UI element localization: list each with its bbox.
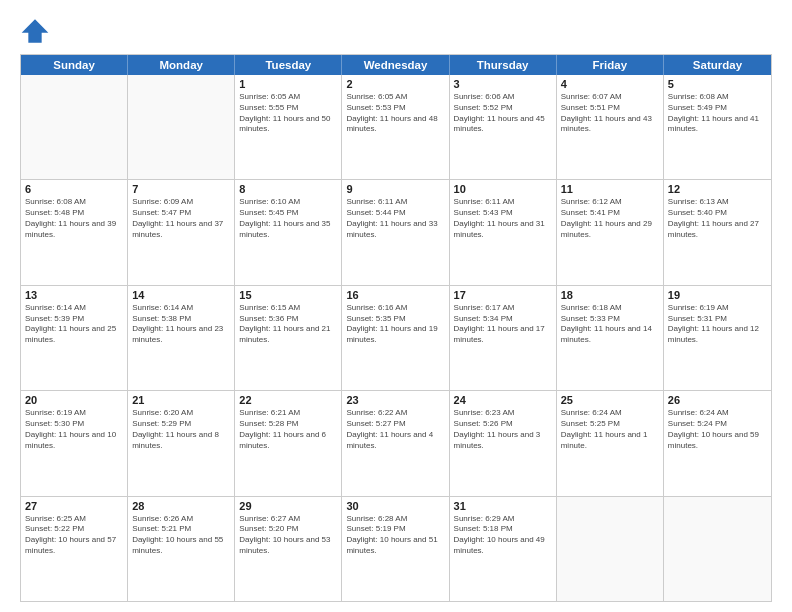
calendar-day-empty (557, 497, 664, 601)
day-number: 2 (346, 78, 444, 90)
calendar-day-22: 22Sunrise: 6:21 AM Sunset: 5:28 PM Dayli… (235, 391, 342, 495)
calendar-day-3: 3Sunrise: 6:06 AM Sunset: 5:52 PM Daylig… (450, 75, 557, 179)
calendar-day-21: 21Sunrise: 6:20 AM Sunset: 5:29 PM Dayli… (128, 391, 235, 495)
calendar-week-4: 20Sunrise: 6:19 AM Sunset: 5:30 PM Dayli… (21, 390, 771, 495)
day-number: 14 (132, 289, 230, 301)
day-info: Sunrise: 6:15 AM Sunset: 5:36 PM Dayligh… (239, 303, 337, 346)
day-info: Sunrise: 6:11 AM Sunset: 5:44 PM Dayligh… (346, 197, 444, 240)
day-info: Sunrise: 6:09 AM Sunset: 5:47 PM Dayligh… (132, 197, 230, 240)
calendar-day-27: 27Sunrise: 6:25 AM Sunset: 5:22 PM Dayli… (21, 497, 128, 601)
day-info: Sunrise: 6:24 AM Sunset: 5:24 PM Dayligh… (668, 408, 767, 451)
page: SundayMondayTuesdayWednesdayThursdayFrid… (0, 0, 792, 612)
day-number: 4 (561, 78, 659, 90)
calendar-day-11: 11Sunrise: 6:12 AM Sunset: 5:41 PM Dayli… (557, 180, 664, 284)
day-number: 3 (454, 78, 552, 90)
day-info: Sunrise: 6:27 AM Sunset: 5:20 PM Dayligh… (239, 514, 337, 557)
day-of-week-monday: Monday (128, 55, 235, 75)
day-info: Sunrise: 6:08 AM Sunset: 5:49 PM Dayligh… (668, 92, 767, 135)
day-number: 10 (454, 183, 552, 195)
day-of-week-friday: Friday (557, 55, 664, 75)
day-number: 21 (132, 394, 230, 406)
calendar-day-4: 4Sunrise: 6:07 AM Sunset: 5:51 PM Daylig… (557, 75, 664, 179)
day-info: Sunrise: 6:17 AM Sunset: 5:34 PM Dayligh… (454, 303, 552, 346)
calendar-day-12: 12Sunrise: 6:13 AM Sunset: 5:40 PM Dayli… (664, 180, 771, 284)
day-number: 26 (668, 394, 767, 406)
calendar-day-empty (664, 497, 771, 601)
day-info: Sunrise: 6:22 AM Sunset: 5:27 PM Dayligh… (346, 408, 444, 451)
day-info: Sunrise: 6:14 AM Sunset: 5:39 PM Dayligh… (25, 303, 123, 346)
day-number: 19 (668, 289, 767, 301)
day-number: 29 (239, 500, 337, 512)
calendar-day-empty (21, 75, 128, 179)
day-info: Sunrise: 6:26 AM Sunset: 5:21 PM Dayligh… (132, 514, 230, 557)
calendar-day-10: 10Sunrise: 6:11 AM Sunset: 5:43 PM Dayli… (450, 180, 557, 284)
calendar-day-29: 29Sunrise: 6:27 AM Sunset: 5:20 PM Dayli… (235, 497, 342, 601)
day-number: 31 (454, 500, 552, 512)
calendar-day-1: 1Sunrise: 6:05 AM Sunset: 5:55 PM Daylig… (235, 75, 342, 179)
logo (20, 16, 52, 46)
calendar-day-13: 13Sunrise: 6:14 AM Sunset: 5:39 PM Dayli… (21, 286, 128, 390)
calendar-day-20: 20Sunrise: 6:19 AM Sunset: 5:30 PM Dayli… (21, 391, 128, 495)
day-info: Sunrise: 6:14 AM Sunset: 5:38 PM Dayligh… (132, 303, 230, 346)
day-number: 6 (25, 183, 123, 195)
day-number: 23 (346, 394, 444, 406)
calendar-day-30: 30Sunrise: 6:28 AM Sunset: 5:19 PM Dayli… (342, 497, 449, 601)
calendar-day-2: 2Sunrise: 6:05 AM Sunset: 5:53 PM Daylig… (342, 75, 449, 179)
day-number: 18 (561, 289, 659, 301)
day-info: Sunrise: 6:10 AM Sunset: 5:45 PM Dayligh… (239, 197, 337, 240)
day-number: 16 (346, 289, 444, 301)
calendar-day-9: 9Sunrise: 6:11 AM Sunset: 5:44 PM Daylig… (342, 180, 449, 284)
day-info: Sunrise: 6:12 AM Sunset: 5:41 PM Dayligh… (561, 197, 659, 240)
day-of-week-sunday: Sunday (21, 55, 128, 75)
calendar-day-8: 8Sunrise: 6:10 AM Sunset: 5:45 PM Daylig… (235, 180, 342, 284)
calendar-week-1: 1Sunrise: 6:05 AM Sunset: 5:55 PM Daylig… (21, 75, 771, 179)
day-number: 7 (132, 183, 230, 195)
day-number: 20 (25, 394, 123, 406)
logo-icon (20, 16, 50, 46)
day-of-week-saturday: Saturday (664, 55, 771, 75)
day-number: 1 (239, 78, 337, 90)
day-info: Sunrise: 6:28 AM Sunset: 5:19 PM Dayligh… (346, 514, 444, 557)
calendar-day-19: 19Sunrise: 6:19 AM Sunset: 5:31 PM Dayli… (664, 286, 771, 390)
calendar-day-7: 7Sunrise: 6:09 AM Sunset: 5:47 PM Daylig… (128, 180, 235, 284)
calendar-day-25: 25Sunrise: 6:24 AM Sunset: 5:25 PM Dayli… (557, 391, 664, 495)
day-number: 8 (239, 183, 337, 195)
day-of-week-wednesday: Wednesday (342, 55, 449, 75)
calendar-day-18: 18Sunrise: 6:18 AM Sunset: 5:33 PM Dayli… (557, 286, 664, 390)
day-info: Sunrise: 6:06 AM Sunset: 5:52 PM Dayligh… (454, 92, 552, 135)
day-number: 17 (454, 289, 552, 301)
day-number: 30 (346, 500, 444, 512)
calendar-day-15: 15Sunrise: 6:15 AM Sunset: 5:36 PM Dayli… (235, 286, 342, 390)
day-number: 24 (454, 394, 552, 406)
day-number: 11 (561, 183, 659, 195)
calendar-day-17: 17Sunrise: 6:17 AM Sunset: 5:34 PM Dayli… (450, 286, 557, 390)
day-info: Sunrise: 6:24 AM Sunset: 5:25 PM Dayligh… (561, 408, 659, 451)
day-number: 5 (668, 78, 767, 90)
calendar-day-14: 14Sunrise: 6:14 AM Sunset: 5:38 PM Dayli… (128, 286, 235, 390)
day-number: 27 (25, 500, 123, 512)
calendar-header: SundayMondayTuesdayWednesdayThursdayFrid… (21, 55, 771, 75)
calendar-day-26: 26Sunrise: 6:24 AM Sunset: 5:24 PM Dayli… (664, 391, 771, 495)
calendar-day-23: 23Sunrise: 6:22 AM Sunset: 5:27 PM Dayli… (342, 391, 449, 495)
calendar-day-empty (128, 75, 235, 179)
day-info: Sunrise: 6:21 AM Sunset: 5:28 PM Dayligh… (239, 408, 337, 451)
calendar: SundayMondayTuesdayWednesdayThursdayFrid… (20, 54, 772, 602)
day-info: Sunrise: 6:29 AM Sunset: 5:18 PM Dayligh… (454, 514, 552, 557)
day-of-week-thursday: Thursday (450, 55, 557, 75)
day-info: Sunrise: 6:18 AM Sunset: 5:33 PM Dayligh… (561, 303, 659, 346)
day-info: Sunrise: 6:08 AM Sunset: 5:48 PM Dayligh… (25, 197, 123, 240)
calendar-day-24: 24Sunrise: 6:23 AM Sunset: 5:26 PM Dayli… (450, 391, 557, 495)
day-info: Sunrise: 6:05 AM Sunset: 5:53 PM Dayligh… (346, 92, 444, 135)
calendar-body: 1Sunrise: 6:05 AM Sunset: 5:55 PM Daylig… (21, 75, 771, 601)
day-info: Sunrise: 6:05 AM Sunset: 5:55 PM Dayligh… (239, 92, 337, 135)
calendar-day-5: 5Sunrise: 6:08 AM Sunset: 5:49 PM Daylig… (664, 75, 771, 179)
calendar-day-6: 6Sunrise: 6:08 AM Sunset: 5:48 PM Daylig… (21, 180, 128, 284)
day-number: 15 (239, 289, 337, 301)
day-info: Sunrise: 6:23 AM Sunset: 5:26 PM Dayligh… (454, 408, 552, 451)
calendar-week-2: 6Sunrise: 6:08 AM Sunset: 5:48 PM Daylig… (21, 179, 771, 284)
day-info: Sunrise: 6:16 AM Sunset: 5:35 PM Dayligh… (346, 303, 444, 346)
calendar-week-5: 27Sunrise: 6:25 AM Sunset: 5:22 PM Dayli… (21, 496, 771, 601)
day-of-week-tuesday: Tuesday (235, 55, 342, 75)
svg-marker-0 (22, 19, 49, 42)
day-number: 13 (25, 289, 123, 301)
